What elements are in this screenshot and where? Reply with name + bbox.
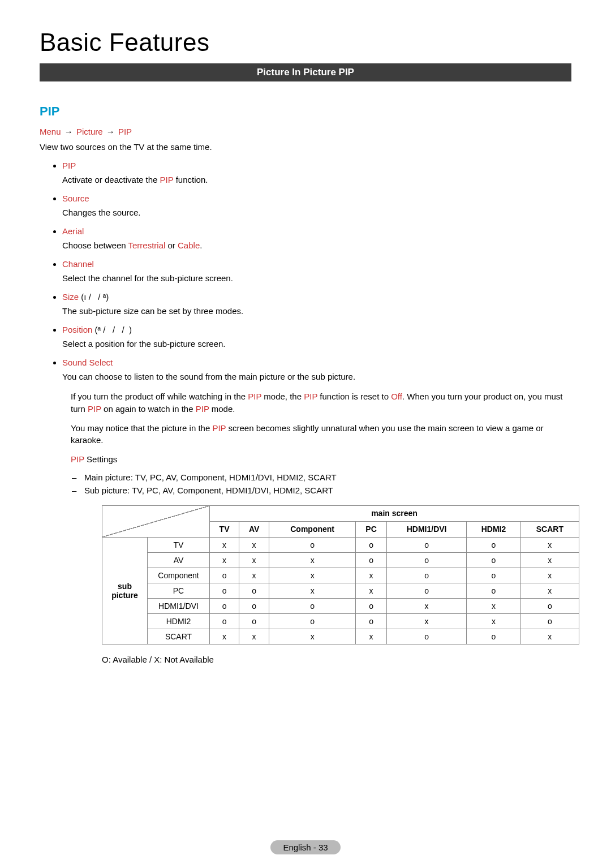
table-cell: x [269, 552, 356, 568]
table-cell: x [210, 537, 239, 552]
text-fragment: PIP [160, 175, 174, 184]
text-fragment: Off [391, 392, 402, 401]
table-cell: o [269, 598, 356, 613]
table-col-header: HDMI2 [467, 521, 520, 537]
table-cell: x [520, 568, 579, 583]
table-cell: o [356, 537, 387, 552]
table-corner [102, 505, 210, 537]
table-col-header: SCART [520, 521, 579, 537]
table-row: subpictureTVxxoooox [102, 537, 579, 552]
text-fragment: PIP [304, 392, 317, 401]
table-cell: x [520, 537, 579, 552]
table-row-label: PC [148, 583, 210, 598]
settings-sublist-item: Main picture: TV, PC, AV, Component, HDM… [84, 472, 571, 482]
table-row-label: HDMI1/DVI [148, 598, 210, 613]
table-cell: x [239, 629, 269, 644]
feature-item-title: Position [62, 325, 92, 334]
feature-item: PIPActivate or deactivate the PIP functi… [62, 161, 571, 184]
feature-item-title: Aerial [62, 226, 84, 236]
text-fragment: If you turn the product off while watchi… [71, 392, 248, 401]
text-fragment: mode, the [261, 392, 304, 401]
text-fragment: PIP [71, 454, 84, 464]
breadcrumb-part: Picture [76, 127, 103, 136]
table-row-label: TV [148, 537, 210, 552]
table-cell: o [210, 583, 239, 598]
table-cell: o [269, 613, 356, 629]
text-fragment: . [200, 240, 202, 250]
feature-item: Position (ª / / / )Select a position for… [62, 325, 571, 349]
text-fragment: You may notice that the picture in the [71, 423, 212, 433]
table-cell: o [467, 568, 520, 583]
table-cell: o [520, 613, 579, 629]
table-row-label: SCART [148, 629, 210, 644]
intro-text: View two sources on the TV at the same t… [40, 142, 571, 152]
table-legend: O: Available / X: Not Available [102, 655, 571, 664]
text-fragment: PIP [196, 404, 209, 414]
feature-item-title: Size [62, 292, 79, 302]
text-fragment: on again to watch in the [101, 404, 196, 414]
breadcrumb: Menu → Picture → PIP [40, 127, 571, 136]
table-cell: o [356, 598, 387, 613]
compatibility-table: main screenTVAVComponentPCHDMI1/DVIHDMI2… [102, 505, 579, 644]
table-row-label: AV [148, 552, 210, 568]
feature-item-desc: Choose between Terrestrial or Cable. [62, 240, 571, 250]
feature-item-desc: You can choose to listen to the sound fr… [62, 372, 571, 381]
table-cell: o [356, 613, 387, 629]
feature-item-desc: Select a position for the sub-picture sc… [62, 339, 571, 349]
text-fragment: Terrestrial [128, 240, 165, 250]
table-cell: o [239, 598, 269, 613]
table-cell: x [520, 552, 579, 568]
text-fragment: Changes the source. [62, 208, 140, 217]
feature-item-desc: The sub-picture size can be set by three… [62, 306, 571, 316]
breadcrumb-part: PIP [118, 127, 132, 136]
main-title: Basic Features [40, 28, 571, 57]
feature-item-desc: Changes the source. [62, 208, 571, 217]
text-fragment: function. [174, 175, 208, 184]
table-cell: x [467, 613, 520, 629]
table-col-header: TV [210, 521, 239, 537]
text-fragment: You can choose to listen to the sound fr… [62, 372, 355, 381]
text-fragment: The sub-picture size can be set by three… [62, 306, 243, 316]
table-col-header: AV [239, 521, 269, 537]
table-cell: o [520, 598, 579, 613]
feature-item-desc: Select the channel for the sub-picture s… [62, 273, 571, 283]
text-fragment: mode. [209, 404, 235, 414]
pip-settings-label: PIP Settings [71, 453, 571, 466]
table-cell: x [467, 598, 520, 613]
table-cell: o [467, 629, 520, 644]
note-paragraph: You may notice that the picture in the P… [71, 422, 571, 447]
section-title: PIP [40, 104, 571, 119]
table-cell: o [467, 552, 520, 568]
table-cell: x [269, 629, 356, 644]
text-fragment: PIP [248, 392, 261, 401]
notes-block: If you turn the product off while watchi… [71, 390, 571, 664]
table-col-header: HDMI1/DVI [386, 521, 466, 537]
text-fragment: PIP [212, 423, 226, 433]
table-col-header: Component [269, 521, 356, 537]
table-cell: x [386, 598, 466, 613]
section-banner: Picture In Picture PIP [40, 63, 571, 81]
table-cell: o [239, 613, 269, 629]
table-cell: x [520, 629, 579, 644]
table-cell: x [239, 568, 269, 583]
text-fragment: Settings [84, 454, 117, 464]
table-cell: o [269, 537, 356, 552]
table-row-label: Component [148, 568, 210, 583]
table-cell: o [386, 552, 466, 568]
table-cell: x [520, 583, 579, 598]
table-col-header: PC [356, 521, 387, 537]
feature-item: AerialChoose between Terrestrial or Cabl… [62, 226, 571, 250]
page-footer: English - 33 [0, 840, 611, 854]
page-number-pill: English - 33 [270, 840, 340, 854]
text-fragment: or [165, 240, 178, 250]
text-fragment: Activate or deactivate the [62, 175, 160, 184]
settings-sublist-item: Sub picture: TV, PC, AV, Component, HDMI… [84, 485, 571, 495]
table-cell: x [239, 552, 269, 568]
table-row: PCooxxoox [102, 583, 579, 598]
feature-item-desc: Activate or deactivate the PIP function. [62, 175, 571, 184]
table-cell: x [269, 568, 356, 583]
breadcrumb-part: Menu [40, 127, 61, 136]
table-cell: x [386, 613, 466, 629]
table-cell: o [386, 583, 466, 598]
feature-item-title: Sound Select [62, 358, 113, 367]
